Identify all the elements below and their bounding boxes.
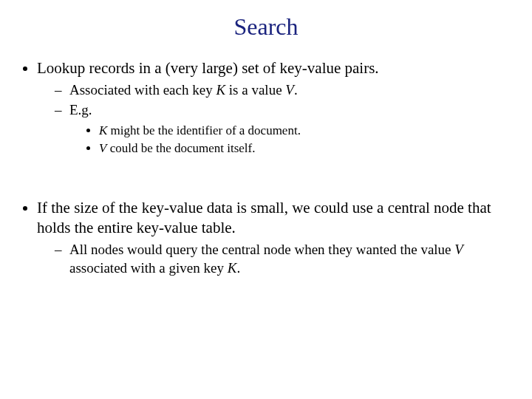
bullet-1a-mid: is a value bbox=[225, 82, 285, 98]
bullet-1: Lookup records in a (very large) set of … bbox=[37, 58, 511, 157]
bullet-2a-mid: associated with a given key bbox=[69, 260, 228, 276]
bullet-1b1-k: K bbox=[99, 123, 107, 137]
bullet-1a-k: K bbox=[216, 82, 225, 98]
bullet-2-text: If the size of the key-value data is sma… bbox=[37, 199, 491, 236]
bullet-1a-post: . bbox=[294, 82, 298, 98]
bullet-list: Lookup records in a (very large) set of … bbox=[21, 58, 511, 157]
bullet-2a-post: . bbox=[236, 260, 240, 276]
bullet-1-text: Lookup records in a (very large) set of … bbox=[37, 59, 379, 77]
bullet-1b2: V could be the document itself. bbox=[99, 140, 511, 157]
bullet-1b2-post: could be the document itself. bbox=[106, 141, 255, 155]
bullet-1a-v: V bbox=[285, 82, 294, 98]
bullet-1b-sublist: K might be the identifier of a document.… bbox=[69, 123, 511, 157]
bullet-1b1: K might be the identifier of a document. bbox=[99, 123, 511, 139]
slide-title: Search bbox=[21, 13, 511, 41]
bullet-1b: E.g. K might be the identifier of a docu… bbox=[55, 101, 511, 157]
slide: Search Lookup records in a (very large) … bbox=[0, 0, 532, 399]
spacer bbox=[21, 177, 511, 198]
bullet-2a-pre: All nodes would query the central node w… bbox=[69, 242, 454, 257]
bullet-1b2-v: V bbox=[99, 141, 106, 155]
bullet-list-2: If the size of the key-value data is sma… bbox=[21, 198, 511, 278]
bullet-1b-text: E.g. bbox=[69, 102, 92, 117]
bullet-1a-pre: Associated with each key bbox=[69, 82, 216, 98]
bullet-2a-v: V bbox=[454, 242, 463, 257]
bullet-2a-k: K bbox=[228, 260, 237, 276]
bullet-2a: All nodes would query the central node w… bbox=[55, 241, 511, 277]
bullet-1b1-post: might be the identifier of a document. bbox=[107, 123, 301, 137]
bullet-2-sublist: All nodes would query the central node w… bbox=[37, 241, 511, 277]
bullet-2: If the size of the key-value data is sma… bbox=[37, 198, 511, 278]
bullet-1-sublist: Associated with each key K is a value V.… bbox=[37, 81, 511, 157]
bullet-1a: Associated with each key K is a value V. bbox=[55, 81, 511, 100]
